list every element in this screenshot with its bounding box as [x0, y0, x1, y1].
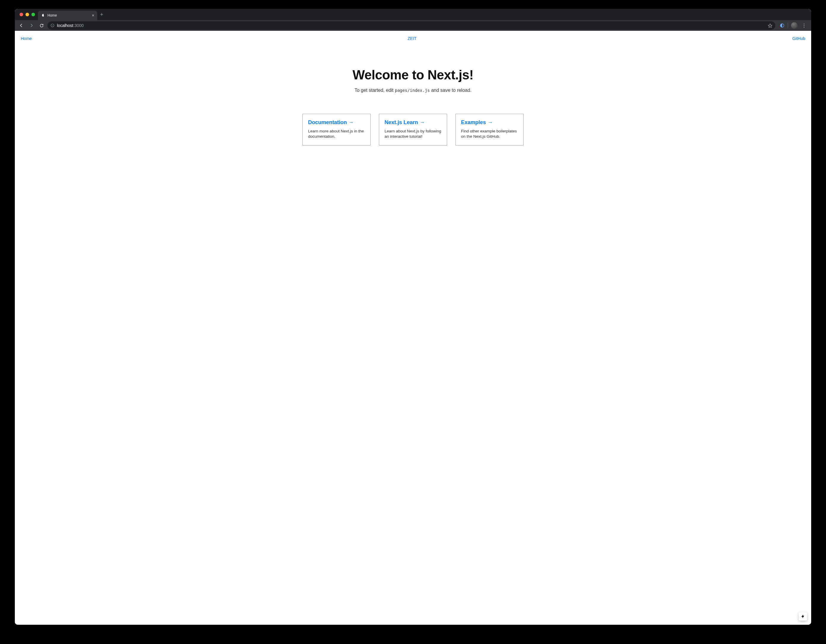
address-bar[interactable]: localhost:3000: [47, 21, 365, 29]
url-text: localhost:3000: [57, 23, 84, 28]
forward-button[interactable]: [27, 21, 36, 29]
site-info-icon[interactable]: [50, 23, 54, 28]
hero: Welcome to Next.js! To get started, edit…: [15, 44, 365, 93]
close-window-button[interactable]: [20, 13, 23, 16]
browser-tab-bar: Home × +: [15, 9, 365, 20]
minimize-window-button[interactable]: [25, 13, 29, 16]
page-nav: Home ZEIT GitHub: [15, 31, 365, 44]
browser-toolbar: localhost:3000 ⋮: [15, 20, 365, 31]
page-content: Home ZEIT GitHub Welcome to Next.js! To …: [15, 31, 365, 284]
nav-link-home[interactable]: Home: [21, 36, 32, 41]
browser-window: Home × + localhost:3000: [15, 9, 365, 284]
card-title-text: Documentation: [308, 119, 347, 125]
close-tab-icon[interactable]: ×: [92, 13, 94, 17]
card-documentation[interactable]: Documentation → Learn more about Next.js…: [303, 114, 365, 146]
reload-button[interactable]: [37, 21, 46, 29]
url-host: localhost: [57, 23, 73, 28]
tab-title: Home: [47, 13, 57, 17]
browser-tab-active[interactable]: Home ×: [38, 11, 97, 20]
hero-intro-pre: To get started, edit: [355, 88, 365, 93]
arrow-icon: →: [348, 119, 354, 125]
hero-title: Welcome to Next.js!: [21, 68, 365, 82]
card-desc: Learn more about Next.js in the document…: [308, 128, 365, 139]
url-port: :3000: [73, 23, 84, 28]
tab-favicon-icon: [41, 13, 45, 17]
window-controls: [18, 9, 38, 20]
card-title: Documentation →: [308, 119, 365, 125]
card-row: Documentation → Learn more about Next.js…: [15, 93, 365, 157]
hero-description: To get started, edit pages/index.js and …: [21, 88, 365, 93]
back-button[interactable]: [17, 21, 25, 29]
maximize-window-button[interactable]: [31, 13, 35, 16]
new-tab-button[interactable]: +: [97, 9, 106, 20]
